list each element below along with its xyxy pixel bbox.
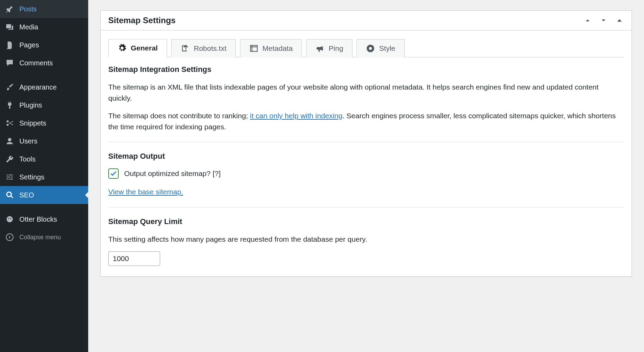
media-icon [5, 22, 15, 32]
sidebar-item-users[interactable]: Users [0, 132, 88, 150]
sidebar-item-otter[interactable]: Otter Blocks [0, 210, 88, 228]
pages-icon [5, 40, 15, 50]
pin-icon [5, 4, 15, 14]
sidebar-item-label: Otter Blocks [19, 215, 57, 223]
sidebar-item-appearance[interactable]: Appearance [0, 78, 88, 96]
panel-body: General Robots.txt Metadata Ping [101, 30, 632, 276]
sidebar-collapse[interactable]: Collapse menu [0, 228, 88, 246]
query-limit-input[interactable] [108, 251, 160, 266]
sidebar-item-settings[interactable]: Settings [0, 168, 88, 186]
menu-separator [0, 204, 88, 210]
svg-point-0 [7, 216, 13, 222]
sidebar-item-label: Comments [19, 59, 53, 67]
tab-label: General [131, 44, 158, 52]
sidebar-item-tools[interactable]: Tools [0, 150, 88, 168]
view-sitemap-link[interactable]: View the base sitemap. [108, 188, 183, 196]
sidebar-item-snippets[interactable]: Snippets [0, 114, 88, 132]
svg-point-1 [8, 218, 9, 219]
sidebar-item-label: Appearance [19, 83, 57, 91]
sidebar-item-label: Snippets [19, 119, 46, 127]
query-limit-heading: Sitemap Query Limit [108, 217, 624, 226]
sidebar-item-label: Users [19, 137, 37, 145]
search-icon [5, 190, 15, 200]
style-icon [366, 44, 375, 53]
tab-ping[interactable]: Ping [306, 39, 352, 57]
collapse-icon [5, 232, 15, 242]
panel-prev-button[interactable] [583, 16, 592, 25]
output-optimized-label: Output optimized sitemap? [?] [124, 169, 221, 178]
panel-title: Sitemap Settings [108, 16, 176, 25]
panel-controls [583, 16, 624, 25]
sidebar-item-label: Posts [19, 5, 37, 13]
indexing-help-link[interactable]: it can only help with indexing [250, 112, 342, 120]
tab-metadata[interactable]: Metadata [240, 39, 302, 57]
comment-icon [5, 58, 15, 68]
output-optimized-row: Output optimized sitemap? [?] [108, 168, 624, 179]
sidebar-item-label: Settings [19, 173, 44, 181]
plug-icon [5, 100, 15, 110]
integration-heading: Sitemap Integration Settings [108, 65, 624, 74]
megaphone-icon [315, 44, 324, 53]
sidebar-item-media[interactable]: Media [0, 18, 88, 36]
sidebar-item-label: Media [19, 23, 38, 31]
sliders-icon [5, 172, 15, 182]
sidebar-item-pages[interactable]: Pages [0, 36, 88, 54]
tab-robots[interactable]: Robots.txt [171, 39, 236, 57]
export-icon [181, 44, 190, 53]
panel-header: Sitemap Settings [101, 11, 632, 30]
section-divider [108, 142, 624, 142]
gear-icon [118, 44, 127, 53]
panel-collapse-button[interactable] [615, 16, 624, 25]
svg-point-2 [10, 218, 11, 219]
menu-separator [0, 72, 88, 78]
sidebar-item-plugins[interactable]: Plugins [0, 96, 88, 114]
integration-para-1: The sitemap is an XML file that lists in… [108, 82, 624, 103]
sidebar-item-label: Tools [19, 155, 36, 163]
output-optimized-checkbox[interactable] [108, 168, 119, 179]
brush-icon [5, 82, 15, 92]
panel-next-button[interactable] [599, 16, 608, 25]
sidebar-item-label: SEO [19, 191, 34, 199]
metadata-icon [249, 44, 258, 53]
sidebar-item-comments[interactable]: Comments [0, 54, 88, 72]
sidebar-item-label: Plugins [19, 101, 42, 109]
scissors-icon [5, 118, 15, 128]
sidebar-collapse-label: Collapse menu [19, 234, 61, 241]
tab-label: Metadata [263, 44, 293, 53]
query-limit-description: This setting affects how many pages are … [108, 234, 624, 245]
admin-sidebar: Posts Media Pages Comments Appearance [0, 0, 88, 352]
main-content: Sitemap Settings General Robots.t [88, 0, 644, 352]
section-divider [108, 207, 624, 207]
sidebar-item-posts[interactable]: Posts [0, 0, 88, 18]
sidebar-item-seo[interactable]: SEO [0, 186, 88, 204]
tab-label: Ping [329, 44, 343, 53]
integration-para-2: The sitemap does not contribute to ranki… [108, 110, 624, 132]
sitemap-settings-panel: Sitemap Settings General Robots.t [100, 10, 632, 277]
integration-para-2-pre: The sitemap does not contribute to ranki… [108, 112, 250, 120]
tab-general[interactable]: General [108, 39, 167, 57]
check-icon [110, 170, 117, 177]
svg-point-5 [369, 47, 372, 50]
output-heading: Sitemap Output [108, 152, 624, 161]
sidebar-item-label: Pages [19, 41, 39, 49]
otter-icon [5, 214, 15, 224]
tab-label: Style [379, 44, 395, 53]
wrench-icon [5, 154, 15, 164]
sitemap-tabs: General Robots.txt Metadata Ping [108, 39, 624, 57]
tab-label: Robots.txt [194, 44, 227, 53]
user-icon [5, 136, 15, 146]
tab-style[interactable]: Style [357, 39, 405, 57]
